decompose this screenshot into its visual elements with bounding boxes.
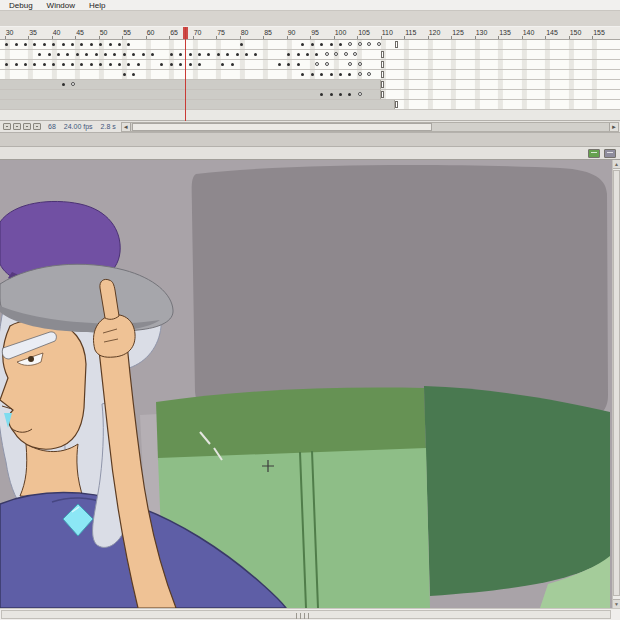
keyframe-dot[interactable] [15,43,18,46]
ruler-tick [122,36,123,39]
ruler-tick [498,36,499,39]
ruler-tick [193,36,194,39]
keyframe-dot[interactable] [62,43,65,46]
keyframe-dot[interactable] [170,53,173,56]
vertical-scrollbar-thumb[interactable] [613,170,620,596]
keyframe-dot[interactable] [170,63,173,66]
keyframe-dot[interactable] [71,43,74,46]
timeline-layer-row-4[interactable] [0,70,620,80]
keyframe-dot[interactable] [24,63,27,66]
timeline-header-strip [0,11,620,27]
ruler-frame-number: 30 [6,29,14,36]
scroll-up-arrow-icon[interactable]: ▲ [613,160,620,169]
keyframe-dot[interactable] [330,43,333,46]
keyframe-dot[interactable] [142,53,145,56]
menu-help[interactable]: Help [82,0,112,11]
playhead-line[interactable] [185,27,186,121]
edit-bar [0,147,620,160]
keyframe-dot[interactable] [189,53,192,56]
timeline-layer-row-7[interactable] [0,100,620,110]
empty-keyframe-dot[interactable] [358,42,362,46]
scroll-down-arrow-icon[interactable]: ▼ [613,599,620,608]
keyframe-dot[interactable] [43,63,46,66]
scroll-right-arrow-icon[interactable]: ► [609,123,618,131]
center-frame-icon[interactable] [3,123,11,130]
empty-keyframe-dot[interactable] [377,42,381,46]
keyframe-dot[interactable] [306,53,309,56]
keyframe-dot[interactable] [62,63,65,66]
vertical-scrollbar[interactable]: ▲ ▼ [612,160,620,608]
keyframe-dot[interactable] [278,63,281,66]
keyframe-dot[interactable] [123,53,126,56]
scroll-left-arrow-icon[interactable]: ◄ [122,123,131,131]
timeline-scrollbar[interactable]: ◄ ► [121,122,619,132]
timeline-scrollbar-thumb[interactable] [132,123,432,131]
keyframe-dot[interactable] [123,73,126,76]
keyframe-dot[interactable] [297,63,300,66]
menu-debug[interactable]: Debug [2,0,40,11]
keyframe-dot[interactable] [118,43,121,46]
keyframe-dot[interactable] [151,53,154,56]
keyframe-dot[interactable] [198,53,201,56]
timeline-status-icons [0,123,44,130]
keyframe-dot[interactable] [339,73,342,76]
frame-rate-value[interactable]: 24.00 fps [60,123,97,130]
empty-keyframe-dot[interactable] [358,72,362,76]
keyframe-dot[interactable] [311,73,314,76]
keyframe-dot[interactable] [24,43,27,46]
keyframe-dot[interactable] [109,63,112,66]
keyframe-dot[interactable] [104,53,107,56]
keyframe-dot[interactable] [109,43,112,46]
keyframe-dot[interactable] [90,63,93,66]
keyframe-dot[interactable] [48,53,51,56]
keyframe-dot[interactable] [297,53,300,56]
empty-keyframe-dot[interactable] [325,62,329,66]
edit-multiple-frames-icon[interactable] [33,123,41,130]
empty-keyframe-dot[interactable] [358,62,362,66]
keyframe-dot[interactable] [137,63,140,66]
timeline-layer-row-5[interactable] [0,80,620,90]
keyframe-dot[interactable] [118,63,121,66]
keyframe-dot[interactable] [15,63,18,66]
empty-keyframe-dot[interactable] [358,92,362,96]
keyframe-dot[interactable] [231,63,234,66]
empty-keyframe-dot[interactable] [71,82,75,86]
keyframe-dot[interactable] [90,43,93,46]
ruler-frame-number: 115 [405,29,416,36]
horizontal-scrollbar[interactable] [0,608,620,620]
keyframe-dot[interactable] [311,43,314,46]
keyframe-dot[interactable] [43,43,46,46]
empty-keyframe-dot[interactable] [325,52,329,56]
keyframe-dot[interactable] [330,93,333,96]
keyframe-dot[interactable] [95,53,98,56]
keyframe-dot[interactable] [330,73,333,76]
keyframe-dot[interactable] [189,63,192,66]
keyframe-dot[interactable] [71,63,74,66]
keyframe-dot[interactable] [245,53,248,56]
timeline-layer-row-3[interactable] [0,60,620,70]
keyframe-dot[interactable] [236,53,239,56]
horizontal-scrollbar-thumb[interactable] [1,610,611,619]
stage-canvas[interactable] [0,160,620,608]
keyframe-dot[interactable] [198,63,201,66]
onion-skin-outlines-icon[interactable] [23,123,31,130]
keyframe-dot[interactable] [339,43,342,46]
edit-symbols-icon[interactable] [604,149,616,158]
edit-scene-icon[interactable] [588,149,600,158]
keyframe-dot[interactable] [217,53,220,56]
onion-skin-icon[interactable] [13,123,21,130]
timeline-ruler[interactable]: 3035404550556065707580859095100105110115… [0,27,620,40]
timeline-layer-row-1[interactable] [0,40,620,50]
keyframe-dot[interactable] [76,53,79,56]
keyframe-dot[interactable] [339,93,342,96]
empty-keyframe-dot[interactable] [344,52,348,56]
menu-window[interactable]: Window [40,0,82,11]
stage[interactable] [0,160,620,608]
keyframe-dot[interactable] [57,53,60,56]
timeline-layer-row-6[interactable] [0,90,620,100]
layer-frame-span [0,90,381,99]
timeline-layer-row-2[interactable] [0,50,620,60]
empty-keyframe-dot[interactable] [353,52,357,56]
keyframe-dot[interactable] [62,83,65,86]
ruler-tick [75,36,76,39]
